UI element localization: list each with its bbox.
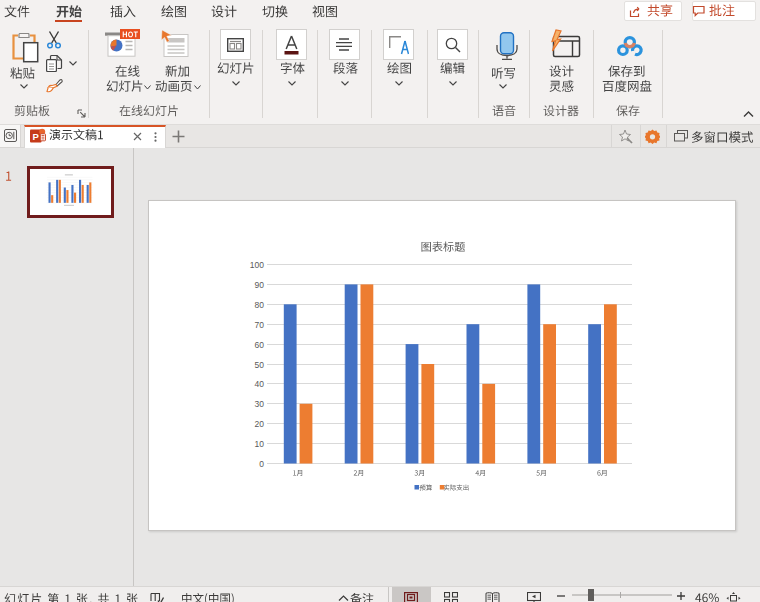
svg-text:80: 80 bbox=[255, 300, 265, 310]
svg-text:30: 30 bbox=[255, 399, 265, 409]
svg-text:50: 50 bbox=[255, 360, 265, 370]
svg-text:60: 60 bbox=[255, 340, 265, 350]
svg-text:70: 70 bbox=[255, 320, 265, 330]
svg-text:40: 40 bbox=[255, 379, 265, 389]
svg-text:10: 10 bbox=[255, 439, 265, 449]
svg-text:P: P bbox=[33, 131, 40, 142]
svg-text:90: 90 bbox=[255, 280, 265, 290]
svg-text:100: 100 bbox=[250, 260, 264, 270]
svg-text:0: 0 bbox=[259, 459, 264, 469]
svg-text:20: 20 bbox=[255, 419, 265, 429]
